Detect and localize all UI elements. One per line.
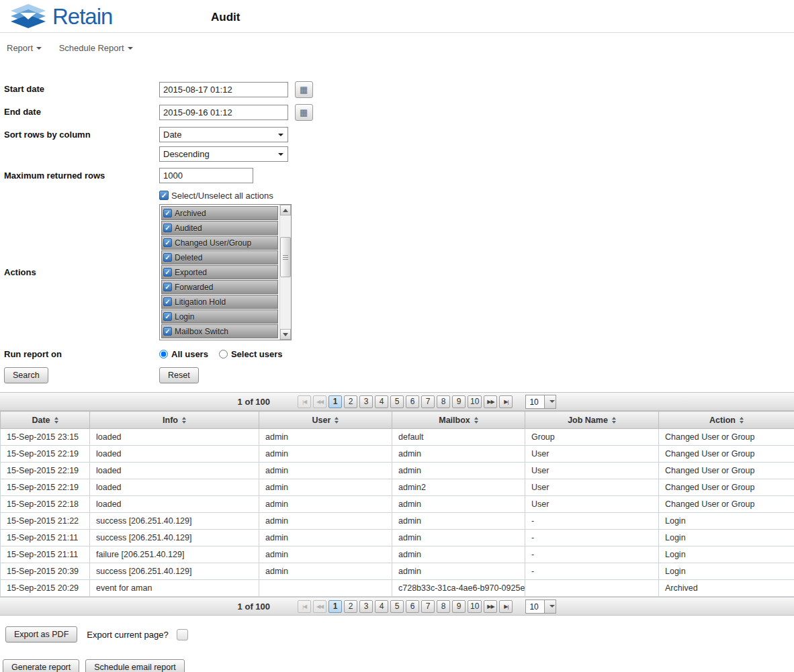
pager-page-button-5[interactable]: 5: [390, 600, 404, 613]
start-date-calendar-button[interactable]: ▦: [295, 81, 313, 98]
select-all-actions-checkbox[interactable]: ✓: [159, 191, 169, 200]
scroll-up-button[interactable]: [280, 205, 291, 215]
actions-scrollbar[interactable]: [279, 205, 291, 340]
pager-page-button-4[interactable]: 4: [375, 600, 388, 613]
generate-report-button[interactable]: Generate report: [3, 659, 79, 672]
table-row[interactable]: 15-Sep-2015 22:18loadedadminadminUserCha…: [1, 496, 794, 513]
action-checkbox[interactable]: ✓: [163, 297, 172, 306]
retain-logo-text: Retain: [52, 4, 112, 30]
table-row[interactable]: 15-Sep-2015 22:19loadedadminadminUserCha…: [1, 463, 794, 479]
table-row[interactable]: 15-Sep-2015 20:29event for amanc728b33c-…: [1, 580, 794, 597]
pager-page-button-9[interactable]: 9: [452, 600, 466, 613]
column-header-user[interactable]: User: [259, 412, 392, 429]
pager-page-button-3[interactable]: 3: [359, 395, 373, 408]
pager-page-button-10[interactable]: 10: [468, 395, 482, 408]
pager-fast-forward-button[interactable]: ▶▶: [484, 600, 497, 613]
sort-icon[interactable]: [740, 417, 744, 424]
pager-fast-forward-button[interactable]: ▶▶: [484, 395, 497, 408]
action-list-item[interactable]: ✓Audited: [161, 221, 278, 235]
pager-last-button[interactable]: ▶|: [499, 600, 513, 613]
pager-page-button-3[interactable]: 3: [359, 600, 373, 613]
sort-direction-select[interactable]: Descending: [159, 146, 288, 162]
all-users-radio[interactable]: [159, 350, 168, 358]
sort-icon[interactable]: [54, 417, 58, 424]
table-row[interactable]: 15-Sep-2015 20:39success [206.251.40.129…: [1, 563, 794, 580]
pager-page-button-7[interactable]: 7: [421, 600, 435, 613]
pager-page-button-6[interactable]: 6: [406, 600, 419, 613]
actions-listbox[interactable]: ✓Archived✓Audited✓Changed User/Group✓Del…: [159, 204, 292, 340]
pager-page-button-8[interactable]: 8: [437, 600, 450, 613]
sort-icon[interactable]: [612, 417, 616, 424]
sort-icon[interactable]: [474, 417, 478, 424]
menu-schedule-report[interactable]: Schedule Report: [59, 43, 133, 53]
pager-page-button-10[interactable]: 10: [468, 600, 482, 613]
pager-page-button-7[interactable]: 7: [421, 395, 435, 408]
select-users-radio[interactable]: [219, 350, 228, 358]
max-rows-input[interactable]: [159, 168, 253, 183]
pager-page-button-2[interactable]: 2: [344, 395, 357, 408]
page-size-select[interactable]: 10: [525, 395, 556, 409]
table-cell: admin: [259, 546, 392, 563]
page-size-select[interactable]: 10: [525, 599, 556, 614]
action-list-item[interactable]: ✓Login: [161, 309, 278, 324]
start-date-input[interactable]: [159, 82, 288, 97]
table-row[interactable]: 15-Sep-2015 21:11failure [206.251.40.129…: [1, 546, 794, 563]
sort-icon[interactable]: [335, 417, 339, 424]
column-header-info[interactable]: Info: [90, 412, 259, 429]
all-users-radio-option[interactable]: All users: [159, 349, 208, 359]
table-row[interactable]: 15-Sep-2015 22:19loadedadminadmin2UserCh…: [1, 479, 794, 496]
action-checkbox[interactable]: ✓: [163, 327, 172, 336]
action-checkbox[interactable]: ✓: [163, 268, 172, 277]
action-list-item[interactable]: ✓Litigation Hold: [161, 295, 278, 309]
end-date-input[interactable]: [159, 105, 288, 120]
table-cell: 15-Sep-2015 20:29: [1, 580, 90, 597]
page-size-dropdown-icon[interactable]: [544, 395, 556, 408]
column-header-mailbox[interactable]: Mailbox: [392, 412, 525, 429]
action-list-item[interactable]: ✓Deleted: [161, 250, 278, 265]
pager-page-button-9[interactable]: 9: [452, 395, 466, 408]
table-cell: event for aman: [90, 580, 259, 597]
action-checkbox[interactable]: ✓: [163, 224, 172, 232]
action-label: Login: [175, 312, 194, 322]
action-list-item[interactable]: ✓Forwarded: [161, 280, 278, 294]
sort-icon[interactable]: [182, 417, 186, 424]
export-pdf-button[interactable]: Export as PDF: [5, 626, 77, 642]
page-size-dropdown-icon[interactable]: [544, 600, 556, 613]
pager-page-button-1[interactable]: 1: [328, 395, 342, 408]
column-header-date[interactable]: Date: [1, 412, 90, 429]
reset-button[interactable]: Reset: [159, 367, 199, 383]
pager-page-button-4[interactable]: 4: [375, 395, 388, 408]
sort-column-select[interactable]: Date: [159, 127, 288, 142]
pager-page-button-1[interactable]: 1: [328, 600, 342, 613]
action-checkbox[interactable]: ✓: [163, 283, 172, 291]
menu-report[interactable]: Report: [7, 43, 42, 53]
table-row[interactable]: 15-Sep-2015 23:15loadedadmindefaultGroup…: [1, 429, 794, 446]
action-checkbox[interactable]: ✓: [163, 209, 172, 218]
pager-last-button[interactable]: ▶|: [499, 395, 513, 408]
search-button[interactable]: Search: [4, 367, 48, 383]
scroll-down-button[interactable]: [280, 329, 291, 340]
column-header-action[interactable]: Action: [659, 412, 794, 429]
grip-icon: [283, 257, 288, 258]
table-row[interactable]: 15-Sep-2015 21:11success [206.251.40.129…: [1, 530, 794, 546]
action-list-item[interactable]: ✓Changed User/Group: [161, 236, 278, 250]
table-row[interactable]: 15-Sep-2015 22:19loadedadminadminUserCha…: [1, 446, 794, 463]
schedule-email-report-button[interactable]: Schedule email report: [85, 659, 185, 672]
action-list-item[interactable]: ✓Exported: [161, 265, 278, 279]
action-list-item[interactable]: ✓Archived: [161, 206, 278, 220]
end-date-calendar-button[interactable]: ▦: [295, 104, 313, 121]
action-list-item[interactable]: ✓Mailbox Switch: [161, 324, 278, 338]
pager-page-button-8[interactable]: 8: [437, 395, 450, 408]
pager-page-button-6[interactable]: 6: [406, 395, 419, 408]
pager-page-button-2[interactable]: 2: [344, 600, 357, 613]
pager-page-button-5[interactable]: 5: [390, 395, 404, 408]
table-row[interactable]: 15-Sep-2015 21:22success [206.251.40.129…: [1, 513, 794, 530]
export-current-page-checkbox[interactable]: [177, 629, 188, 640]
column-header-job-name[interactable]: Job Name: [525, 412, 659, 429]
action-checkbox[interactable]: ✓: [163, 238, 172, 247]
action-checkbox[interactable]: ✓: [163, 253, 172, 262]
scrollbar-track[interactable]: [280, 215, 291, 329]
scrollbar-thumb[interactable]: [280, 237, 291, 277]
select-users-radio-option[interactable]: Select users: [219, 349, 283, 359]
action-checkbox[interactable]: ✓: [163, 312, 172, 321]
